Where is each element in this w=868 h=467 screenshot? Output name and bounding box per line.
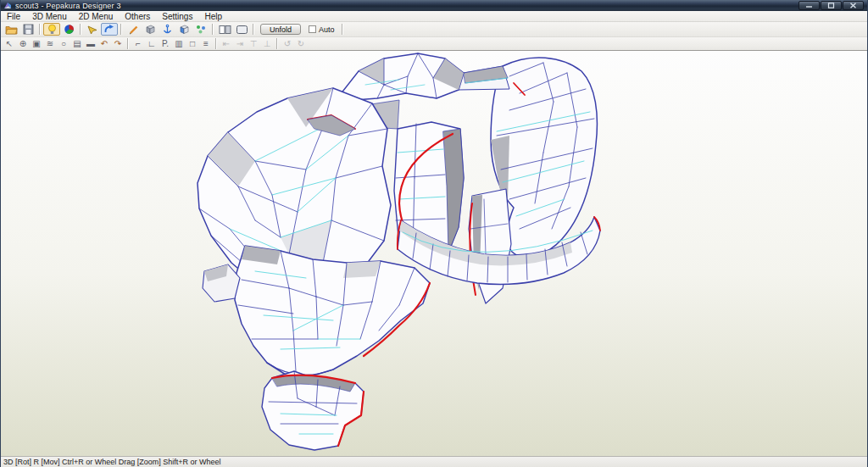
main-toolbar: Unfold Auto: [1, 22, 867, 36]
select-3d-icon[interactable]: [84, 23, 101, 36]
image-icon[interactable]: ▣: [30, 38, 43, 50]
save-icon[interactable]: [19, 23, 36, 36]
cylinder-icon[interactable]: ○: [57, 38, 70, 50]
hatch-strokes-icon[interactable]: ≋: [43, 38, 57, 50]
screen-icon[interactable]: ▬: [84, 38, 97, 50]
auto-checkbox[interactable]: [309, 25, 316, 33]
toolbar-separator: [253, 24, 254, 35]
rotate-cw-icon: ↻: [294, 38, 308, 50]
p-scale-icon[interactable]: P.: [159, 38, 172, 50]
3d-viewport[interactable]: [1, 50, 867, 456]
split-view-icon[interactable]: [216, 23, 233, 36]
menu-help[interactable]: Help: [198, 11, 228, 22]
menu-settings[interactable]: Settings: [156, 11, 198, 22]
rotate-ccw-icon: ↺: [281, 38, 294, 50]
undo-icon[interactable]: ↶: [97, 38, 111, 50]
tape-measure-icon[interactable]: ▥: [172, 38, 186, 50]
notebook-icon[interactable]: ▤: [70, 38, 84, 50]
unfold-button[interactable]: Unfold: [260, 24, 301, 35]
corner-edit-icon[interactable]: ⌐: [131, 38, 145, 50]
anchor-icon[interactable]: [159, 23, 175, 36]
open-folder-icon[interactable]: [3, 23, 19, 36]
material-ball-icon[interactable]: [60, 23, 77, 36]
align-top-icon: ⊤: [247, 38, 260, 50]
align-left-icon: ⇤: [220, 38, 233, 50]
pepakura-app-icon: [3, 2, 12, 10]
align-right-icon: ⇥: [233, 38, 247, 50]
menu-3d-menu[interactable]: 3D Menu: [26, 11, 73, 22]
toolbar-separator: [342, 24, 343, 35]
menu-bar: File 3D Menu 2D Menu Others Settings Hel…: [1, 11, 867, 22]
single-view-icon[interactable]: [233, 23, 250, 36]
toolbar-separator: [127, 38, 129, 49]
3d-model-mesh: [1, 51, 868, 457]
rotate-view-icon[interactable]: [101, 23, 118, 36]
box-select-icon[interactable]: □: [186, 38, 199, 50]
menu-file[interactable]: File: [1, 11, 26, 22]
cursor-select-icon[interactable]: ↖: [3, 38, 16, 50]
status-bar: 3D [Rot] R [Mov] Ctrl+R or Wheel Drag [Z…: [1, 456, 867, 467]
align-bottom-icon: ⊥: [260, 38, 274, 50]
status-hint-text: 3D [Rot] R [Mov] Ctrl+R or Wheel Drag [Z…: [3, 458, 221, 466]
toolbar-separator: [80, 24, 81, 35]
vertex-dots-icon[interactable]: [192, 23, 209, 36]
toolbar-separator: [276, 38, 278, 49]
window-title: scout3 - Pepakura Designer 3: [15, 2, 121, 10]
edit-toolbar: ↖ ⊕ ▣ ≋ ○ ▤ ▬ ↶ ↷ ⌐ ∟ P. ▥ □ ≡ ⇤ ⇥ ⊤ ⊥ ↺…: [1, 36, 867, 50]
edge-divide-icon[interactable]: ∟: [145, 38, 159, 50]
redo-icon[interactable]: ↷: [111, 38, 125, 50]
toolbar-separator: [215, 38, 217, 49]
light-bulb-icon[interactable]: [43, 23, 60, 36]
pencil-icon[interactable]: [125, 23, 142, 36]
toolbar-separator: [39, 24, 41, 35]
face-box-icon[interactable]: [175, 23, 192, 36]
solid-box-icon[interactable]: [142, 23, 159, 36]
maximize-button[interactable]: [821, 1, 842, 10]
minimize-button[interactable]: [798, 1, 820, 10]
title-bar[interactable]: scout3 - Pepakura Designer 3: [1, 0, 867, 11]
menu-others[interactable]: Others: [119, 11, 156, 22]
flatten-icon[interactable]: ≡: [199, 38, 213, 50]
close-button[interactable]: [843, 1, 864, 10]
auto-checkbox-label: Auto: [319, 25, 335, 34]
menu-2d-menu[interactable]: 2D Menu: [73, 11, 120, 22]
toolbar-separator: [212, 24, 214, 35]
toolbar-separator: [120, 24, 122, 35]
cursor-add-icon[interactable]: ⊕: [16, 38, 30, 50]
app-window: scout3 - Pepakura Designer 3 File 3D Men…: [0, 0, 868, 467]
